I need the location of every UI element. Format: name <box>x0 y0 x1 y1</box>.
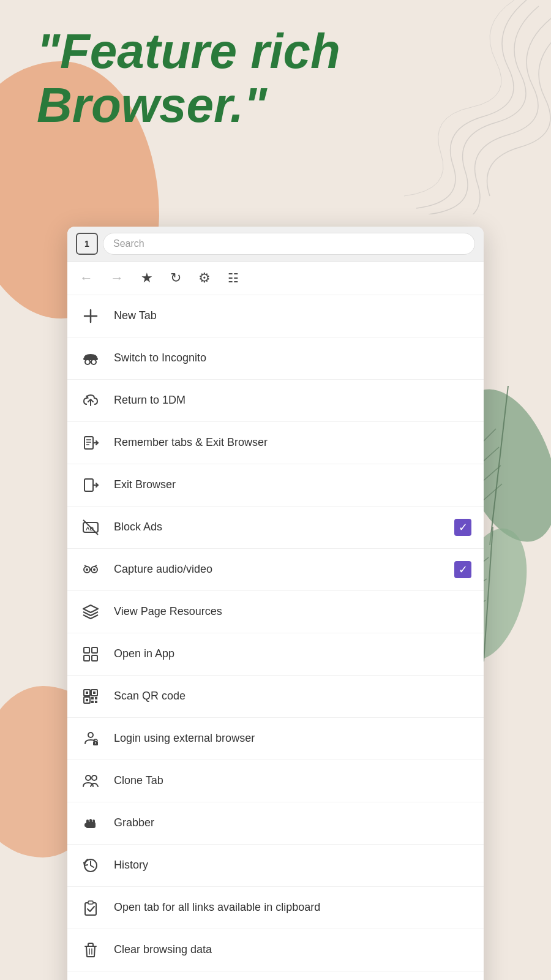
bookmark-icon[interactable]: ★ <box>141 270 153 286</box>
menu-item-exit-browser[interactable]: Exit Browser <box>67 464 484 507</box>
svg-rect-58 <box>84 823 87 827</box>
svg-rect-61 <box>88 901 93 904</box>
history-icon <box>80 854 102 876</box>
svg-rect-35 <box>84 647 89 653</box>
menu-item-clone-tab[interactable]: Clone Tab <box>67 760 484 802</box>
trash-icon <box>80 939 102 961</box>
svg-point-52 <box>86 775 91 780</box>
clipboard-check-icon <box>80 897 102 919</box>
svg-rect-44 <box>86 699 88 701</box>
capture-av-checkbox[interactable]: ✓ <box>454 561 471 578</box>
menu-item-return-1dm[interactable]: Return to 1DM <box>67 380 484 422</box>
menu-item-grabber[interactable]: Grabber <box>67 802 484 845</box>
menu-item-history[interactable]: History <box>67 845 484 887</box>
svg-rect-48 <box>95 701 97 703</box>
svg-point-30 <box>93 568 96 571</box>
svg-rect-19 <box>84 437 93 449</box>
menu-item-clear-browsing[interactable]: Clear browsing data <box>67 929 484 971</box>
svg-point-15 <box>91 360 96 364</box>
menu-item-scan-qr[interactable]: Scan QR code <box>67 676 484 718</box>
forward-icon[interactable]: → <box>110 270 124 286</box>
exit-browser-label: Exit Browser <box>114 478 471 492</box>
menu-item-view-resources[interactable]: View Page Resources <box>67 591 484 633</box>
settings-icon[interactable]: ⚙ <box>198 270 211 286</box>
browser-toolbar: 1 Search <box>67 227 484 262</box>
svg-point-51 <box>95 742 96 744</box>
svg-rect-55 <box>86 820 89 823</box>
svg-marker-34 <box>83 605 98 612</box>
svg-point-53 <box>92 775 97 780</box>
new-tab-label: New Tab <box>114 309 471 323</box>
plus-icon <box>80 305 102 327</box>
menu-item-open-in-app[interactable]: Open in App <box>67 633 484 676</box>
capture-av-icon <box>80 559 102 581</box>
menu-grid-icon[interactable]: ☷ <box>228 271 239 285</box>
menu-item-incognito[interactable]: Switch to Incognito <box>67 337 484 380</box>
return-1dm-label: Return to 1DM <box>114 393 471 407</box>
menu-item-login-external[interactable]: Login using external browser <box>67 718 484 760</box>
menu-item-block-ads[interactable]: AD Block Ads ✓ <box>67 507 484 549</box>
browser-mockup: 1 Search ← → ★ ↻ ⚙ ☷ New Tab <box>67 227 484 980</box>
open-clipboard-label: Open tab for all links available in clip… <box>114 900 471 914</box>
search-placeholder: Search <box>113 238 144 249</box>
svg-rect-23 <box>84 479 93 491</box>
remember-exit-label: Remember tabs & Exit Browser <box>114 435 471 450</box>
svg-rect-42 <box>93 692 96 694</box>
tab-count-badge[interactable]: 1 <box>76 233 98 255</box>
svg-rect-37 <box>84 655 89 661</box>
svg-rect-57 <box>92 820 95 823</box>
svg-rect-47 <box>91 701 94 703</box>
feature-quote: "Feature rich Browser." <box>37 24 514 132</box>
login-ext-icon <box>80 728 102 750</box>
svg-point-29 <box>86 568 88 571</box>
menu-item-new-tab[interactable]: New Tab <box>67 295 484 337</box>
block-ads-label: Block Ads <box>114 520 442 534</box>
exit-browser-icon <box>80 474 102 496</box>
fist-icon <box>80 812 102 834</box>
clone-tab-icon <box>80 770 102 792</box>
grabber-label: Grabber <box>114 816 471 830</box>
svg-rect-46 <box>95 697 97 699</box>
clone-tab-label: Clone Tab <box>114 774 471 788</box>
layers-icon <box>80 601 102 623</box>
menu-item-view-source[interactable]: View page source <box>67 971 484 980</box>
view-resources-label: View Page Resources <box>114 605 471 619</box>
svg-rect-38 <box>92 655 97 661</box>
back-icon[interactable]: ← <box>80 270 93 286</box>
search-bar[interactable]: Search <box>103 233 475 255</box>
menu-item-open-clipboard[interactable]: Open tab for all links available in clip… <box>67 887 484 929</box>
clear-browsing-label: Clear browsing data <box>114 943 471 957</box>
svg-point-14 <box>85 360 90 364</box>
svg-point-49 <box>88 733 93 737</box>
incognito-icon <box>80 347 102 369</box>
svg-line-32 <box>94 565 97 567</box>
svg-point-18 <box>86 396 88 398</box>
refresh-icon[interactable]: ↻ <box>170 270 181 286</box>
login-external-label: Login using external browser <box>114 731 471 745</box>
history-label: History <box>114 858 471 872</box>
block-ads-icon: AD <box>80 516 102 538</box>
capture-av-label: Capture audio/video <box>114 562 442 576</box>
block-ads-checkbox[interactable]: ✓ <box>454 519 471 536</box>
open-in-app-label: Open in App <box>114 647 471 661</box>
svg-line-31 <box>84 565 87 567</box>
svg-rect-56 <box>89 819 92 823</box>
incognito-label: Switch to Incognito <box>114 351 471 365</box>
svg-rect-36 <box>92 647 97 653</box>
dropdown-menu: ← → ★ ↻ ⚙ ☷ New Tab <box>67 262 484 980</box>
qr-icon <box>80 685 102 707</box>
svg-rect-40 <box>86 692 88 694</box>
grid-icon <box>80 643 102 665</box>
header-section: "Feature rich Browser." <box>37 24 514 132</box>
scan-qr-label: Scan QR code <box>114 689 471 703</box>
cloud-upload-icon <box>80 390 102 412</box>
svg-rect-60 <box>85 903 96 915</box>
svg-rect-45 <box>91 697 94 699</box>
remember-exit-icon <box>80 432 102 454</box>
menu-nav-toolbar: ← → ★ ↻ ⚙ ☷ <box>67 262 484 295</box>
menu-item-capture-av[interactable]: Capture audio/video ✓ <box>67 549 484 591</box>
menu-item-remember-exit[interactable]: Remember tabs & Exit Browser <box>67 422 484 464</box>
